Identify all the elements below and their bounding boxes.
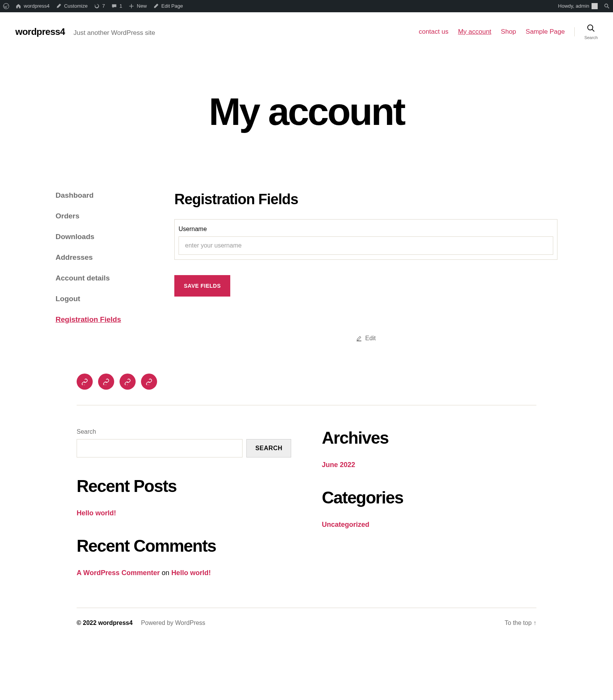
wp-admin-bar: wordpress4 Customize 7 1 New Edit Page H… (0, 0, 613, 12)
admin-customize[interactable]: Customize (52, 0, 90, 12)
powered-by[interactable]: Powered by WordPress (141, 620, 205, 626)
save-fields-button[interactable]: SAVE FIELDS (174, 275, 230, 297)
edit-icon (356, 335, 362, 341)
search-toggle[interactable]: Search (584, 24, 598, 40)
edit-link[interactable]: Edit (356, 335, 376, 342)
admin-edit-page[interactable]: Edit Page (150, 0, 186, 12)
nav-separator (574, 27, 575, 36)
account-nav-registration-fields: Registration Fields (56, 315, 151, 324)
edit-link-wrap: Edit (174, 335, 557, 343)
avatar (592, 3, 598, 9)
account-nav-orders: Orders (56, 212, 151, 220)
wp-logo[interactable] (0, 3, 12, 9)
admin-site-link[interactable]: wordpress4 (12, 0, 52, 12)
social-link-2[interactable] (98, 374, 114, 390)
username-input[interactable] (179, 236, 553, 255)
recent-comments-title: Recent Comments (77, 536, 291, 556)
field-box: Username (174, 219, 557, 260)
admin-site-name: wordpress4 (24, 0, 49, 12)
plus-icon (128, 3, 134, 9)
comment-icon (111, 3, 117, 9)
admin-updates[interactable]: 7 (91, 0, 108, 12)
recent-posts-title: Recent Posts (77, 477, 291, 496)
admin-new[interactable]: New (125, 0, 150, 12)
home-icon (15, 3, 21, 9)
archives-title: Archives (322, 428, 536, 448)
footer-search-button[interactable]: SEARCH (246, 439, 291, 457)
link-icon (124, 378, 131, 385)
social-link-1[interactable] (77, 374, 93, 390)
social-link-3[interactable] (120, 374, 136, 390)
site-tagline: Just another WordPress site (74, 29, 155, 37)
admin-comments-count: 1 (120, 0, 122, 12)
admin-edit-page-label: Edit Page (161, 0, 183, 12)
admin-howdy-text: Howdy, admin (558, 0, 589, 12)
search-icon (604, 3, 610, 9)
link-icon (103, 378, 110, 385)
footer-search-input[interactable] (77, 439, 243, 457)
copyright: © 2022 wordpress4 (77, 620, 133, 626)
nav-link-my-account[interactable]: My account (458, 28, 491, 36)
category-link[interactable]: Uncategorized (322, 521, 369, 528)
account-nav-addresses: Addresses (56, 253, 151, 262)
comment-post-link[interactable]: Hello world! (171, 569, 211, 577)
recent-post-link[interactable]: Hello world! (77, 509, 116, 517)
page-title: My account (0, 90, 613, 134)
search-icon (587, 24, 595, 33)
comment-author-link[interactable]: A WordPress Commenter (77, 569, 160, 577)
pencil-icon (153, 3, 159, 9)
archive-link[interactable]: June 2022 (322, 461, 355, 469)
search-toggle-label: Search (584, 35, 598, 40)
edit-link-label: Edit (365, 335, 376, 342)
recent-comment: A WordPress Commenter on Hello world! (77, 569, 291, 577)
admin-new-label: New (137, 0, 147, 12)
registration-heading: Registration Fields (174, 191, 557, 208)
account-content: Registration Fields Username SAVE FIELDS… (174, 191, 557, 343)
brush-icon (56, 3, 62, 9)
admin-comments[interactable]: 1 (108, 0, 125, 12)
link-icon (146, 378, 152, 385)
bottom-bar: © 2022 wordpress4 Powered by WordPress T… (77, 608, 536, 638)
field-label-username: Username (179, 223, 553, 236)
social-links (77, 374, 536, 390)
nav-link-contact-us[interactable]: contact us (419, 28, 449, 36)
account-nav-downloads: Downloads (56, 233, 151, 241)
social-link-4[interactable] (141, 374, 157, 390)
admin-customize-label: Customize (64, 0, 87, 12)
site-header: wordpress4 Just another WordPress site c… (0, 12, 613, 40)
nav-link-sample-page[interactable]: Sample Page (526, 28, 565, 36)
account-nav-dashboard: Dashboard (56, 191, 151, 200)
account-nav-account-details: Account details (56, 274, 151, 282)
admin-howdy[interactable]: Howdy, admin (555, 0, 601, 12)
updates-icon (94, 3, 100, 9)
svg-point-1 (605, 4, 608, 7)
categories-title: Categories (322, 488, 536, 507)
site-title[interactable]: wordpress4 (15, 26, 65, 37)
admin-search[interactable] (601, 3, 613, 9)
svg-point-2 (588, 25, 593, 30)
to-top-link[interactable]: To the top ↑ (505, 620, 536, 626)
admin-updates-count: 7 (102, 0, 105, 12)
account-nav: Dashboard Orders Downloads Addresses Acc… (56, 191, 151, 343)
primary-nav: contact us My account Shop Sample Page S… (419, 24, 598, 40)
wordpress-icon (3, 3, 9, 9)
footer-search-label: Search (77, 428, 291, 435)
nav-link-shop[interactable]: Shop (501, 28, 516, 36)
account-nav-logout: Logout (56, 295, 151, 303)
link-icon (81, 378, 88, 385)
